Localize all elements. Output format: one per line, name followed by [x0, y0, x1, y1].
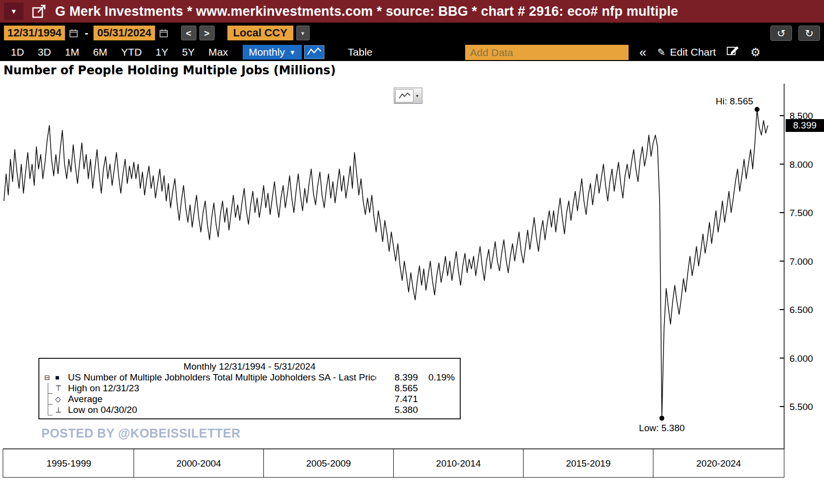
start-date-input[interactable]: 12/31/1994	[4, 26, 65, 40]
line-chart-icon	[395, 89, 413, 102]
series-marker-icon: ■	[55, 374, 68, 381]
svg-text:Low: 5.380: Low: 5.380	[639, 423, 685, 433]
redo-button[interactable]: ↻	[798, 26, 820, 41]
last-price-label: 8.399	[786, 119, 824, 132]
window-title: G Merk Investments * www.merkinvestments…	[55, 4, 678, 19]
svg-text:2015-2019: 2015-2019	[566, 458, 611, 469]
chart-title: Number of People Holding Multiple Jobs (…	[0, 61, 824, 80]
watermark: POSTED BY @KOBEISSILETTER	[41, 426, 241, 441]
legend-low-label: Low on 04/30/20	[68, 405, 376, 415]
titlebar: ▼ G Merk Investments * www.merkinvestmen…	[0, 0, 824, 23]
line-chart-type-button[interactable]	[304, 45, 324, 59]
chevron-down-icon: ▾	[301, 30, 305, 37]
tree-collapse-icon[interactable]: ⊟	[44, 374, 55, 381]
currency-dropdown-button[interactable]: ▾	[296, 26, 310, 40]
svg-text:7.500: 7.500	[790, 208, 813, 218]
edit-chart-label: Edit Chart	[670, 46, 716, 58]
undo-icon: ↺	[777, 28, 786, 39]
chevron-down-icon: ▼	[10, 7, 17, 15]
svg-text:Hi: 8.565: Hi: 8.565	[716, 96, 753, 106]
frequency-select[interactable]: Monthly ▼	[243, 45, 301, 60]
export-button[interactable]	[32, 3, 47, 20]
currency-select[interactable]: Local CCY	[227, 26, 293, 40]
gear-icon[interactable]: ⚙	[747, 45, 763, 60]
chevron-down-icon: ▾	[413, 89, 421, 102]
period-button-1d[interactable]: 1D	[4, 46, 31, 58]
undo-button[interactable]: ↺	[770, 26, 792, 41]
legend-low-row: ⊥ Low on 04/30/20 5.380	[44, 405, 455, 415]
svg-text:6.000: 6.000	[790, 353, 813, 364]
legend-box: Monthly 12/31/1994 - 5/31/2024 ⊟ ■ US Nu…	[38, 358, 461, 419]
legend-average-label: Average	[68, 394, 376, 405]
legend-low-value: 5.380	[376, 405, 418, 415]
svg-text:2005-2009: 2005-2009	[306, 458, 351, 469]
svg-text:1995-1999: 1995-1999	[46, 458, 91, 469]
line-chart-icon	[307, 47, 322, 58]
legend-series-label: US Number of Multiple Jobholders Total M…	[68, 372, 376, 383]
low-marker-icon: ⊥	[55, 406, 68, 414]
next-range-button[interactable]: >	[199, 26, 215, 40]
legend-average-row: ◇ Average 7.471	[44, 394, 455, 405]
chart-area: 8.5008.0007.5007.0006.5006.0005.5001995-…	[0, 80, 824, 504]
add-data-input[interactable]: Add Data	[465, 45, 629, 60]
legend-average-value: 7.471	[376, 394, 418, 405]
chevron-down-icon: ▼	[289, 49, 296, 56]
legend-series-value: 8.399	[376, 372, 418, 383]
svg-text:8.000: 8.000	[790, 159, 813, 170]
calendar-icon[interactable]	[68, 29, 79, 38]
annotate-chart-button[interactable]	[724, 45, 742, 60]
frequency-label: Monthly	[249, 46, 285, 58]
svg-text:2010-2014: 2010-2014	[436, 458, 481, 469]
window-menu-button[interactable]: ▼	[4, 2, 24, 20]
date-toolbar: 12/31/1994 - 05/31/2024 < > Local CCY ▾	[0, 23, 824, 43]
svg-text:2000-2004: 2000-2004	[176, 458, 221, 469]
chart-toolbar: 1D 3D 1M 6M YTD 1Y 5Y Max Monthly ▼ Tabl…	[0, 43, 824, 61]
period-button-max[interactable]: Max	[201, 46, 235, 58]
legend-header: Monthly 12/31/1994 - 5/31/2024	[44, 361, 455, 372]
high-marker-icon: ⊤	[55, 384, 68, 393]
period-button-1y[interactable]: 1Y	[149, 46, 175, 58]
redo-icon: ↻	[805, 28, 814, 39]
collapse-panel-button[interactable]: «	[636, 45, 649, 59]
date-separator: -	[85, 27, 88, 39]
svg-text:2020-2024: 2020-2024	[697, 458, 741, 469]
svg-text:7.000: 7.000	[790, 256, 813, 267]
prev-range-button[interactable]: <	[181, 26, 196, 40]
table-button[interactable]: Table	[345, 46, 376, 59]
edit-chart-button[interactable]: ✎ Edit Chart	[654, 46, 719, 59]
svg-text:5.500: 5.500	[790, 402, 813, 412]
period-button-3d[interactable]: 3D	[31, 46, 58, 58]
average-marker-icon: ◇	[55, 395, 68, 404]
period-button-5y[interactable]: 5Y	[175, 46, 202, 58]
period-button-6m[interactable]: 6M	[86, 46, 114, 58]
legend-high-row: ⊤ High on 12/31/23 8.565	[44, 383, 455, 394]
period-button-ytd[interactable]: YTD	[114, 46, 149, 58]
chart-annotate-icon	[727, 45, 739, 60]
chart-type-button[interactable]: ▾	[394, 88, 422, 104]
calendar-icon[interactable]	[158, 29, 169, 38]
svg-text:6.500: 6.500	[790, 305, 813, 315]
legend-series-change: 0.19%	[418, 372, 455, 383]
pencil-icon: ✎	[657, 46, 666, 58]
export-icon	[32, 3, 47, 20]
bloomberg-chart-window: ▼ G Merk Investments * www.merkinvestmen…	[0, 0, 824, 504]
period-button-1m[interactable]: 1M	[58, 46, 86, 58]
end-date-input[interactable]: 05/31/2024	[94, 26, 155, 40]
legend-high-value: 8.565	[376, 383, 418, 394]
legend-high-label: High on 12/31/23	[68, 383, 376, 394]
legend-series-row: ⊟ ■ US Number of Multiple Jobholders Tot…	[44, 372, 455, 383]
